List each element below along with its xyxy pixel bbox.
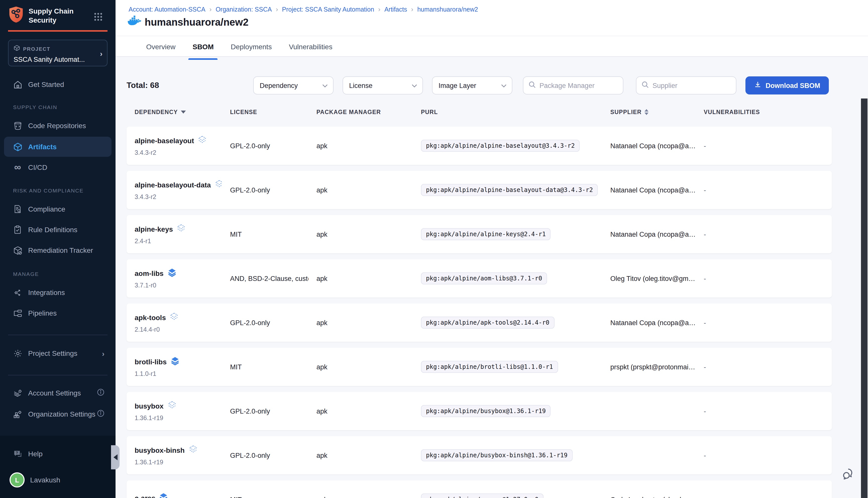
- vertical-scrollbar-thumb[interactable]: [861, 99, 868, 498]
- sidebar-item-project-settings[interactable]: Project Settings ›: [0, 343, 116, 363]
- vulnerabilities-cell: -: [696, 186, 832, 194]
- sidebar-item-pipelines[interactable]: Pipelines: [0, 303, 116, 323]
- search-icon: [529, 81, 536, 90]
- dependency-name: brotli-libs: [135, 357, 167, 366]
- chevron-right-icon: ›: [102, 349, 105, 357]
- sidebar-item-artifacts[interactable]: Artifacts: [4, 137, 111, 157]
- sort-icon: [645, 109, 649, 115]
- package-manager-search-input[interactable]: [539, 82, 618, 89]
- sidebar-item-help[interactable]: ? Help: [0, 444, 116, 464]
- column-purl: PURL: [413, 109, 602, 115]
- sidebar-item-integrations[interactable]: Integrations: [0, 283, 116, 302]
- layers-filled-icon: [160, 493, 168, 498]
- brand-accent-divider: [8, 30, 107, 32]
- supplier-cell: prspkt (prspkt@protonmail....: [602, 363, 696, 371]
- image-layer-filter-dropdown[interactable]: Image Layer: [432, 76, 512, 94]
- chevron-down-icon: [322, 82, 328, 89]
- breadcrumb-artifacts[interactable]: Artifacts: [384, 6, 407, 13]
- project-selector[interactable]: PROJECT SSCA Sanity Automat... ›: [8, 40, 107, 66]
- table-row[interactable]: busybox-binsh 1.36.1-r19: [126, 436, 832, 474]
- sidebar-item-organization-settings[interactable]: Organization Settings: [0, 404, 116, 424]
- purl-cell: pkg:apk/alpine/c-ares@1.27.0-r0: [413, 494, 602, 498]
- shield-logo-icon: [8, 5, 24, 26]
- license-cell: GPL-2.0-only: [222, 186, 308, 194]
- table-row[interactable]: alpine-baselayout-data 3.4.: [126, 171, 832, 209]
- sidebar-item-get-started[interactable]: Get Started: [0, 74, 116, 94]
- docker-whale-icon: [128, 16, 141, 29]
- column-package-manager: PACKAGE MANAGER: [308, 109, 413, 115]
- table-row[interactable]: alpine-keys 2.4-r1: [126, 215, 832, 253]
- integrations-icon: [13, 287, 23, 298]
- dependency-version: 2.4-r1: [135, 238, 222, 245]
- breadcrumb-separator: ›: [210, 5, 212, 13]
- vulnerabilities-cell: -: [696, 407, 832, 415]
- tab-overview[interactable]: Overview: [144, 42, 177, 57]
- sidebar-collapse-handle[interactable]: [111, 445, 120, 469]
- clipboard-check-icon: [13, 225, 23, 235]
- sidebar-item-account-settings[interactable]: Account Settings: [0, 383, 116, 403]
- supplier-search-input[interactable]: [653, 82, 731, 89]
- purl-cell: pkg:apk/alpine/alpine-baselayout@3.4.3-r…: [413, 140, 602, 152]
- page-title: humanshuarora/new2: [145, 16, 249, 28]
- dependency-version: 1.36.1-r19: [135, 459, 222, 466]
- sidebar-item-remediation-tracker[interactable]: Remediation Tracker: [0, 240, 116, 260]
- table-row[interactable]: busybox 1.36.1-r19: [126, 392, 832, 430]
- supplier-cell: Oleg Titov (oleg.titov@gmai...: [602, 275, 696, 282]
- table-row[interactable]: brotli-libs 1.1.0-r1: [126, 348, 832, 386]
- table-row[interactable]: aom-libs 3.7.1-r0: [126, 259, 832, 298]
- license-filter-dropdown[interactable]: License: [343, 76, 423, 94]
- dependency-filter-dropdown[interactable]: Dependency: [253, 76, 334, 94]
- user-name: Lavakush: [30, 476, 60, 484]
- layers-outline-icon: [189, 445, 197, 455]
- tab-sbom[interactable]: SBOM: [191, 42, 216, 57]
- layers-filled-icon: [171, 356, 179, 367]
- feedback-chat-icon[interactable]: [842, 467, 856, 482]
- breadcrumb-project[interactable]: Project: SSCA Sanity Automation: [282, 6, 374, 13]
- vulnerabilities-cell: -: [696, 451, 832, 459]
- dependency-name: busybox: [135, 402, 163, 410]
- sidebar-item-cicd[interactable]: ∞ CI/CD: [0, 157, 116, 178]
- dependency-name: alpine-baselayout: [135, 136, 194, 144]
- column-supplier[interactable]: SUPPLIER: [602, 109, 696, 115]
- avatar: L: [10, 472, 25, 487]
- user-menu[interactable]: L Lavakush: [0, 469, 116, 491]
- sidebar-item-compliance[interactable]: Compliance: [0, 199, 116, 219]
- breadcrumb-current[interactable]: humanshuarora/new2: [417, 6, 478, 13]
- tab-bar: Overview SBOM Deployments Vulnerabilitie…: [144, 42, 334, 57]
- dependency-version: 2.14.4-r0: [135, 326, 222, 333]
- sidebar-item-rule-definitions[interactable]: Rule Definitions: [0, 220, 116, 240]
- module-grid-icon[interactable]: [94, 13, 103, 23]
- dependency-cell: alpine-keys 2.4-r1: [126, 224, 222, 245]
- dependency-cell: c-ares: [126, 493, 222, 498]
- dependency-name: c-ares: [135, 494, 156, 498]
- dependency-name: busybox-binsh: [135, 446, 185, 454]
- license-cell: GPL-2.0-only: [222, 407, 308, 415]
- tab-deployments[interactable]: Deployments: [229, 42, 274, 57]
- package-manager-cell: apk: [308, 231, 413, 238]
- purl-value: pkg:apk/alpine/alpine-baselayout@3.4.3-r…: [421, 140, 580, 152]
- license-cell: MIT: [222, 231, 308, 238]
- tab-vulnerabilities[interactable]: Vulnerabilities: [287, 42, 334, 57]
- app-window: Supply Chain Security PROJECT SSCA Sa: [0, 0, 868, 498]
- dependency-cell: aom-libs 3.7.1-r0: [126, 268, 222, 289]
- breadcrumb-organization[interactable]: Organization: SSCA: [215, 6, 272, 13]
- supplier-cell: Natanael Copa (ncopa@alpi...: [602, 186, 696, 194]
- section-manage: MANAGE: [13, 271, 39, 277]
- table-row[interactable]: apk-tools 2.14.4-r0: [126, 303, 832, 342]
- dependency-version: 3.4.3-r2: [135, 194, 222, 200]
- table-row[interactable]: alpine-baselayout 3.4.3-r2: [126, 127, 832, 165]
- project-label: PROJECT: [23, 46, 50, 52]
- purl-cell: pkg:apk/alpine/brotli-libs@1.1.0-r1: [413, 361, 602, 373]
- purl-cell: pkg:apk/alpine/aom-libs@3.7.1-r0: [413, 272, 602, 285]
- dependency-name: aom-libs: [135, 269, 163, 277]
- code-repo-icon: [13, 121, 23, 131]
- sidebar-item-code-repositories[interactable]: Code Repositories: [0, 116, 116, 136]
- column-dependency[interactable]: DEPENDENCY: [126, 109, 222, 115]
- download-sbom-button[interactable]: Download SBOM: [745, 76, 829, 94]
- license-cell: MIT: [222, 363, 308, 371]
- breadcrumb-account[interactable]: Account: Automation-SSCA: [129, 6, 205, 13]
- table-row[interactable]: c-ares MIT: [126, 481, 832, 498]
- dependency-version: 3.7.1-r0: [135, 282, 222, 289]
- info-icon[interactable]: [97, 409, 105, 419]
- info-icon[interactable]: [97, 389, 105, 397]
